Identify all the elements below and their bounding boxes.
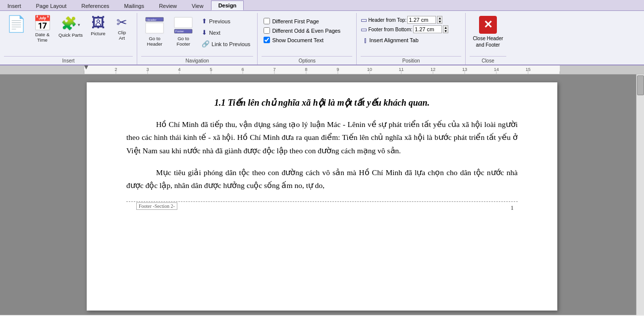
insert-alignment-button[interactable]: ⫿ Insert Alignment Tab bbox=[361, 35, 448, 46]
svg-rect-3 bbox=[174, 17, 192, 28]
ribbon-group-close: ✕ Close Headerand Footer Close bbox=[466, 13, 510, 64]
svg-text:3: 3 bbox=[146, 67, 149, 72]
goto-header-button[interactable]: Header Go toHeader bbox=[141, 14, 168, 49]
svg-text:10: 10 bbox=[367, 67, 372, 72]
svg-text:9: 9 bbox=[336, 67, 339, 72]
scrollbar-thumb[interactable] bbox=[637, 75, 644, 95]
picture-icon: 🖼 bbox=[91, 16, 105, 30]
doc-para-2: Mục tiêu giải phóng dân tộc theo con đườ… bbox=[126, 166, 518, 192]
page-icon: 📄 bbox=[6, 16, 26, 32]
next-label: Next bbox=[209, 30, 220, 36]
quickparts-label: Quick Parts bbox=[58, 32, 83, 38]
close-group-label: Close bbox=[470, 56, 506, 64]
header-top-spinner[interactable]: ▲ ▼ bbox=[437, 16, 442, 24]
svg-text:8: 8 bbox=[305, 67, 307, 72]
clipart-label: ClipArt bbox=[118, 30, 126, 41]
picture-button[interactable]: 🖼 Picture bbox=[87, 14, 109, 38]
show-doc-text-row[interactable]: Show Document Text bbox=[262, 36, 342, 44]
svg-text:12: 12 bbox=[430, 67, 435, 72]
svg-rect-8 bbox=[560, 65, 644, 74]
ribbon-group-insert: 📄 📅 Date &Time 🧩 ▾ Quick Parts 🖼 Picture bbox=[0, 13, 137, 64]
footer-bottom-up[interactable]: ▲ bbox=[443, 26, 448, 29]
page-button[interactable]: 📄 bbox=[4, 14, 29, 35]
ribbon: 📄 📅 Date &Time 🧩 ▾ Quick Parts 🖼 Picture bbox=[0, 11, 644, 65]
svg-text:11: 11 bbox=[399, 67, 404, 72]
document-area: 1.1 Tiến lên chủ nghĩa xã hội là một tất… bbox=[0, 74, 644, 315]
datetime-button[interactable]: 📅 Date &Time bbox=[31, 14, 54, 45]
previous-label: Previous bbox=[209, 18, 230, 24]
insert-group-content: 📄 📅 Date &Time 🧩 ▾ Quick Parts 🖼 Picture bbox=[4, 14, 133, 54]
svg-rect-9 bbox=[84, 65, 560, 74]
svg-text:7: 7 bbox=[273, 67, 275, 72]
footer-area: Footer -Section 2- 1 bbox=[126, 202, 518, 216]
diff-odd-even-row[interactable]: Different Odd & Even Pages bbox=[262, 26, 342, 35]
datetime-label: Date &Time bbox=[35, 32, 50, 43]
link-icon: 🔗 bbox=[202, 40, 210, 48]
options-group-label: Options bbox=[262, 56, 352, 64]
vertical-scrollbar[interactable] bbox=[636, 74, 644, 315]
clipart-button[interactable]: ✂ ClipArt bbox=[111, 14, 133, 43]
position-group-content: ▭ Header from Top: ▲ ▼ ▭ Footer from Bot… bbox=[361, 14, 461, 54]
svg-text:13: 13 bbox=[462, 67, 467, 72]
quickparts-dropdown-icon[interactable]: ▾ bbox=[78, 22, 80, 31]
doc-para-1: Hồ Chí Minh đã tiếp thu, vận dụng sáng t… bbox=[126, 118, 518, 157]
diff-odd-even-label: Different Odd & Even Pages bbox=[272, 28, 340, 34]
goto-footer-label: Go toFooter bbox=[176, 36, 190, 47]
tab-references[interactable]: References bbox=[74, 0, 116, 10]
nav-col: ⬆ Previous ⬇ Next 🔗 Link to Previous bbox=[199, 14, 253, 49]
goto-footer-icon: Footer bbox=[172, 16, 194, 35]
svg-text:15: 15 bbox=[526, 67, 531, 72]
ruler: 2 3 4 5 6 7 8 9 10 11 12 13 14 15 bbox=[0, 65, 644, 74]
svg-rect-7 bbox=[0, 65, 84, 74]
svg-text:5: 5 bbox=[210, 67, 212, 72]
header-top-row: ▭ Header from Top: ▲ ▼ bbox=[361, 16, 448, 24]
tab-page-layout[interactable]: Page Layout bbox=[29, 0, 74, 10]
header-top-input[interactable] bbox=[407, 16, 436, 24]
svg-text:4: 4 bbox=[178, 67, 180, 72]
tab-view[interactable]: View bbox=[184, 0, 211, 10]
ribbon-group-navigation: Header Go toHeader Footer Go toFooter bbox=[137, 13, 258, 64]
options-col: Different First Page Different Odd & Eve… bbox=[262, 14, 342, 44]
navigation-group-label: Navigation bbox=[141, 56, 253, 64]
footer-label: Footer -Section 2- bbox=[136, 202, 177, 210]
quickparts-button[interactable]: 🧩 ▾ Quick Parts bbox=[56, 14, 85, 40]
tab-design[interactable]: Design bbox=[211, 0, 244, 10]
header-top-down[interactable]: ▼ bbox=[437, 20, 442, 23]
diff-odd-even-checkbox[interactable] bbox=[264, 27, 270, 34]
close-header-footer-label: Close Headerand Footer bbox=[473, 35, 503, 48]
close-header-footer-button[interactable]: ✕ Close Headerand Footer bbox=[470, 14, 506, 50]
tab-insert[interactable]: Insert bbox=[0, 0, 29, 10]
ribbon-group-position: ▭ Header from Top: ▲ ▼ ▭ Footer from Bot… bbox=[357, 13, 466, 64]
show-doc-text-label: Show Document Text bbox=[272, 37, 323, 43]
tab-review[interactable]: Review bbox=[152, 0, 184, 10]
footer-bottom-spinner[interactable]: ▲ ▼ bbox=[443, 25, 448, 33]
diff-first-row[interactable]: Different First Page bbox=[262, 17, 342, 25]
footer-bottom-input[interactable] bbox=[413, 25, 442, 33]
quickparts-icon: 🧩 bbox=[61, 16, 77, 31]
footer-bottom-icon: ▭ bbox=[361, 25, 367, 33]
svg-text:Footer: Footer bbox=[175, 30, 184, 33]
header-top-icon: ▭ bbox=[361, 16, 367, 24]
clipart-icon: ✂ bbox=[116, 16, 127, 29]
next-icon: ⬇ bbox=[202, 29, 207, 36]
position-group-label: Position bbox=[361, 56, 461, 64]
insert-align-label: Insert Alignment Tab bbox=[369, 37, 418, 43]
previous-button[interactable]: ⬆ Previous bbox=[199, 16, 253, 26]
next-button[interactable]: ⬇ Next bbox=[199, 27, 253, 38]
link-to-previous-button[interactable]: 🔗 Link to Previous bbox=[199, 39, 253, 49]
close-group-content: ✕ Close Headerand Footer bbox=[470, 14, 506, 54]
show-doc-text-checkbox[interactable] bbox=[264, 37, 270, 43]
footer-bottom-label: Footer from Bottom: bbox=[368, 27, 412, 32]
header-top-up[interactable]: ▲ bbox=[437, 16, 442, 20]
navigation-group-content: Header Go toHeader Footer Go toFooter bbox=[141, 14, 253, 54]
doc-heading: 1.1 Tiến lên chủ nghĩa xã hội là một tất… bbox=[126, 97, 518, 108]
svg-rect-1 bbox=[146, 23, 163, 33]
tab-mailings[interactable]: Mailings bbox=[117, 0, 152, 10]
diff-first-checkbox[interactable] bbox=[264, 18, 270, 24]
ribbon-group-options: Different First Page Different Odd & Eve… bbox=[258, 13, 357, 64]
diff-first-label: Different First Page bbox=[272, 18, 319, 24]
options-group-content: Different First Page Different Odd & Eve… bbox=[262, 14, 352, 54]
goto-footer-button[interactable]: Footer Go toFooter bbox=[170, 14, 197, 49]
svg-text:2: 2 bbox=[114, 67, 117, 72]
footer-bottom-down[interactable]: ▼ bbox=[443, 29, 448, 33]
